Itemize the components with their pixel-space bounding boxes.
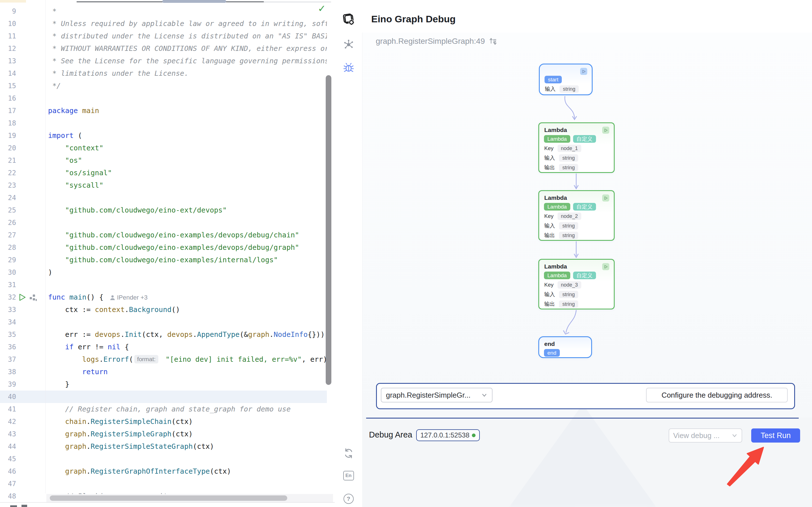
code-line: package main (48, 105, 99, 117)
eino-logo-icon[interactable] (335, 12, 362, 26)
code-line: func main() {IPender +3 (48, 291, 148, 303)
code-line: "context" (48, 142, 104, 154)
code-line: "os/signal" (48, 167, 112, 179)
debug-bug-icon[interactable] (335, 62, 362, 73)
code-lens-author: IPender +3 (110, 294, 148, 301)
app-window: 9101112131415161718192021222324252627282… (0, 0, 812, 507)
code-line: * distributed under the License is distr… (48, 30, 327, 42)
code-line: ctx := context.Background() (48, 303, 180, 316)
code-line: } (48, 378, 69, 391)
code-editor[interactable]: 9101112131415161718192021222324252627282… (0, 0, 335, 507)
code-line: * See the License for the specific langu… (48, 55, 327, 67)
top-scrollbar-thumb[interactable] (162, 0, 226, 3)
help-label: ? (343, 494, 354, 504)
code-line: return (48, 366, 108, 378)
code-line: ) (48, 266, 52, 279)
graph-nodes-icon[interactable] (335, 39, 362, 50)
inlay-hint: format: (134, 355, 158, 363)
horizontal-scrollbar-thumb[interactable] (50, 495, 287, 501)
code-line: * limitations under the License. (48, 67, 188, 80)
run-main-icon[interactable] (18, 293, 26, 302)
eino-debug-panel: Eino Graph Debug graph.RegisterSimpleGra… (362, 0, 812, 507)
code-line: if err != nil { (48, 341, 129, 353)
code-line: import ( (48, 129, 82, 142)
plugin-sidebar: En ? (335, 0, 363, 507)
editor-bottom-divider (0, 502, 335, 503)
vertical-scrollbar[interactable] (326, 75, 331, 385)
code-line: graph.RegisterSimpleGraph(ctx) (48, 428, 193, 440)
statusbar-fragment (10, 505, 17, 507)
refresh-icon[interactable] (335, 447, 362, 459)
code-area[interactable]: * * Unless required by applicable law or… (0, 0, 327, 507)
code-line: err := devops.Init(ctx, devops.AppendTyp… (48, 328, 325, 341)
code-line: "github.com/cloudwego/eino-ext/devops" (48, 204, 227, 217)
code-line: chain.RegisterSimpleChain(ctx) (48, 415, 193, 428)
code-line: logs.Errorf(format: "[eino dev] init fai… (48, 353, 327, 366)
code-line: "os" (48, 154, 82, 167)
code-line: graph.RegisterSimpleStateGraph(ctx) (48, 440, 214, 453)
graph-run-options-icon[interactable] (30, 294, 37, 302)
top-breadcrumb-fragment (0, 0, 26, 3)
code-line: * Unless required by applicable law or a… (48, 17, 327, 30)
code-line: // Register chain, graph and state_graph… (48, 403, 291, 415)
no-problems-check-icon: ✓ (318, 3, 326, 14)
code-line: "github.com/cloudwego/eino-examples/devo… (48, 241, 299, 254)
help-icon[interactable]: ? (335, 493, 362, 505)
code-line: graph.RegisterGraphOfInterfaceType(ctx) (48, 465, 231, 477)
code-line: "syscall" (48, 179, 104, 191)
language-icon[interactable]: En (335, 470, 362, 482)
code-line: * (48, 5, 57, 17)
statusbar-fragment (21, 505, 27, 507)
code-line: * WITHOUT WARRANTIES OR CONDITIONS OF AN… (48, 42, 327, 55)
language-label: En (343, 471, 354, 481)
annotation-arrow (362, 0, 812, 507)
code-line: "github.com/cloudwego/eino-examples/inte… (48, 254, 278, 266)
code-line: */ (48, 80, 61, 92)
license-link-underline-light (264, 2, 331, 2)
code-line: "github.com/cloudwego/eino-examples/devo… (48, 229, 299, 241)
